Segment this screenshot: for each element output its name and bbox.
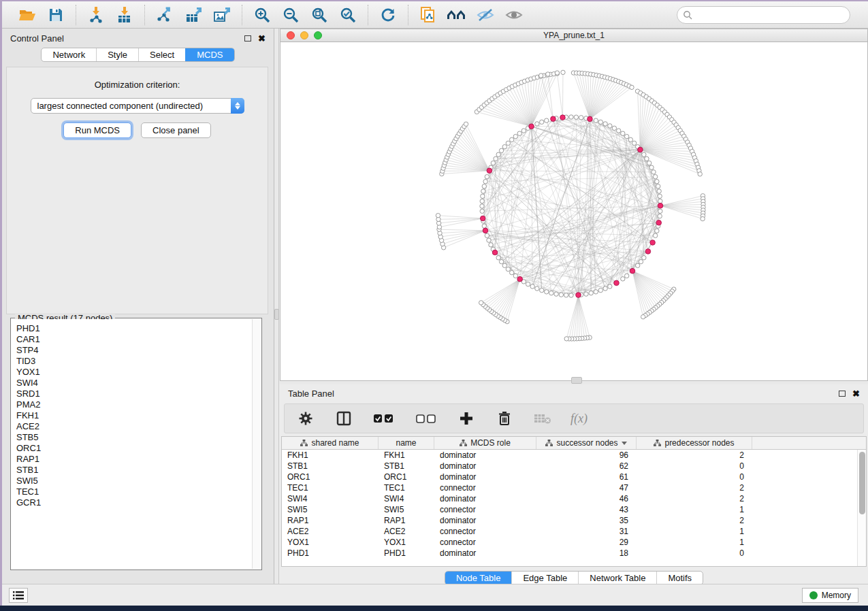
table-scrollbar-thumb[interactable] <box>859 452 865 514</box>
network-node[interactable] <box>483 180 487 184</box>
table-row[interactable]: STB1STB1dominator620 <box>282 461 866 472</box>
network-node[interactable] <box>499 148 503 152</box>
tab-select[interactable]: Select <box>138 48 185 61</box>
table-cell[interactable]: 62 <box>536 461 637 472</box>
network-hub-node[interactable] <box>658 203 663 209</box>
network-hub-node[interactable] <box>576 293 581 298</box>
network-node[interactable] <box>496 152 500 156</box>
table-cell[interactable]: SWI5 <box>282 504 379 515</box>
zoom-selected-icon[interactable] <box>338 5 358 25</box>
network-node[interactable] <box>658 194 662 198</box>
network-node[interactable] <box>564 293 568 297</box>
network-node[interactable] <box>655 180 659 184</box>
network-node[interactable] <box>621 131 625 135</box>
network-node[interactable] <box>594 290 598 294</box>
network-node[interactable] <box>499 259 503 263</box>
mcds-result-item[interactable]: PHD1 <box>16 323 252 334</box>
network-node[interactable] <box>480 199 484 203</box>
mcds-result-item[interactable]: ACE2 <box>16 421 252 432</box>
network-node[interactable] <box>658 209 662 213</box>
network-hub-node[interactable] <box>480 216 485 221</box>
table-row[interactable]: SWI5SWI5connector431 <box>282 504 866 515</box>
network-node[interactable] <box>549 291 553 295</box>
save-session-icon[interactable] <box>46 5 66 25</box>
table-cell[interactable]: 35 <box>536 515 637 526</box>
mcds-result-item[interactable]: PMA2 <box>16 399 252 410</box>
network-hub-node[interactable] <box>560 115 566 120</box>
network-node[interactable] <box>589 291 593 295</box>
memory-button[interactable]: Memory <box>802 588 858 603</box>
network-hub-node[interactable] <box>645 249 651 254</box>
deselect-all-checkbox-icon[interactable] <box>414 408 438 429</box>
network-node[interactable] <box>481 194 485 198</box>
network-node[interactable] <box>657 189 661 193</box>
network-node[interactable] <box>653 175 657 179</box>
show-all-icon[interactable] <box>504 5 524 25</box>
table-cell[interactable]: dominator <box>434 548 536 559</box>
table-cell[interactable]: ACE2 <box>282 526 379 537</box>
export-network-icon[interactable] <box>155 5 175 25</box>
network-node[interactable] <box>639 259 643 263</box>
table-cell[interactable]: PHD1 <box>379 548 434 559</box>
network-node[interactable] <box>658 214 662 218</box>
tab-edge-table[interactable]: Edge Table <box>511 572 578 584</box>
mcds-result-item[interactable]: TID3 <box>16 356 252 367</box>
table-cell[interactable]: 2 <box>637 450 752 461</box>
network-node[interactable] <box>647 161 651 165</box>
close-panel-icon[interactable]: ✖ <box>258 34 266 43</box>
network-node[interactable] <box>510 137 514 142</box>
table-cell[interactable]: connector <box>434 504 536 515</box>
network-node[interactable] <box>608 284 612 288</box>
network-node[interactable] <box>656 184 660 188</box>
network-node[interactable] <box>569 293 573 297</box>
table-row[interactable]: PHD1PHD1dominator180 <box>282 548 866 559</box>
network-hub-node[interactable] <box>551 116 556 122</box>
network-node[interactable] <box>506 141 510 145</box>
table-cell[interactable]: ORC1 <box>282 472 379 482</box>
network-hub-node[interactable] <box>492 250 498 255</box>
network-node[interactable] <box>624 134 628 138</box>
export-table-icon[interactable] <box>183 5 204 25</box>
network-node[interactable] <box>603 122 607 126</box>
table-row[interactable]: FKH1FKH1dominator962 <box>282 450 866 461</box>
table-cell[interactable]: 18 <box>536 548 637 559</box>
mcds-result-item[interactable]: YOX1 <box>16 367 252 378</box>
network-node[interactable] <box>506 267 510 271</box>
table-cell[interactable]: 0 <box>637 472 752 482</box>
network-hub-node[interactable] <box>588 116 593 122</box>
mcds-result-item[interactable]: RAP1 <box>16 454 252 465</box>
network-node[interactable] <box>545 118 549 122</box>
split-columns-icon[interactable] <box>334 408 354 429</box>
network-node[interactable] <box>642 256 646 260</box>
network-node[interactable] <box>485 175 489 179</box>
mcds-list-scrollbar[interactable] <box>252 319 261 569</box>
mcds-result-item[interactable]: STP4 <box>16 345 252 356</box>
refresh-icon[interactable] <box>378 5 398 25</box>
zoom-in-icon[interactable] <box>252 5 272 25</box>
table-cell[interactable]: dominator <box>434 450 536 461</box>
network-node[interactable] <box>559 293 563 297</box>
table-scrollbar[interactable] <box>857 450 866 566</box>
float-table-panel-icon[interactable] <box>839 391 846 397</box>
table-cell[interactable]: 46 <box>536 493 637 504</box>
table-cell[interactable]: 1 <box>637 504 752 515</box>
tab-network[interactable]: Network <box>42 48 96 61</box>
table-cell[interactable]: 47 <box>536 482 637 493</box>
network-node[interactable] <box>545 290 549 294</box>
table-cell[interactable]: 2 <box>637 515 752 526</box>
export-image-icon[interactable] <box>212 5 232 25</box>
network-leaf-node[interactable] <box>698 172 702 176</box>
mcds-result-item[interactable]: SRD1 <box>16 389 252 399</box>
network-leaf-node[interactable] <box>641 315 645 319</box>
function-builder-icon[interactable]: f(x) <box>570 412 588 426</box>
table-cell[interactable]: dominator <box>434 472 536 482</box>
network-node[interactable] <box>554 292 558 296</box>
network-node[interactable] <box>628 137 632 142</box>
gear-icon[interactable] <box>295 408 316 429</box>
table-cell[interactable]: 29 <box>536 537 637 548</box>
network-hub-node[interactable] <box>614 280 620 286</box>
table-cell[interactable]: 43 <box>536 504 637 515</box>
zoom-out-icon[interactable] <box>280 5 301 25</box>
network-node[interactable] <box>594 118 598 122</box>
table-cell[interactable]: dominator <box>434 493 536 504</box>
